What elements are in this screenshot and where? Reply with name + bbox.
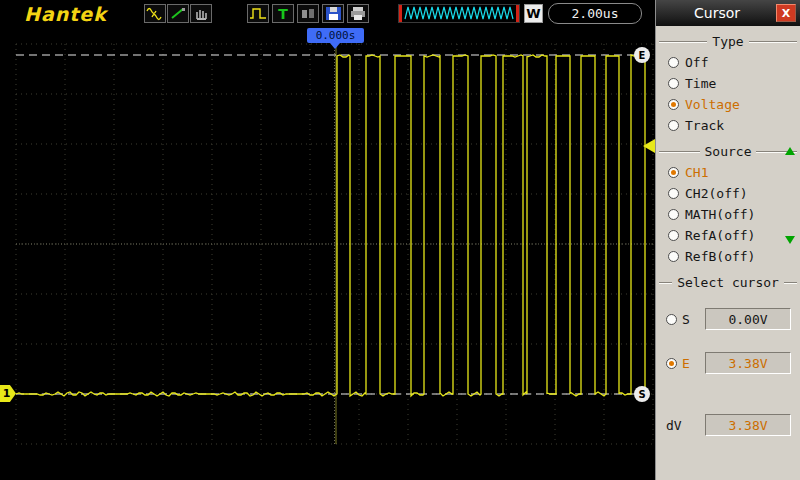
source-scroll-up-icon[interactable]: [785, 147, 795, 155]
print-button[interactable]: [347, 4, 369, 23]
radio-label: CH1: [685, 165, 708, 180]
cursor-s-marker[interactable]: S: [634, 386, 650, 402]
radio-source-ch1[interactable]: CH1: [656, 162, 800, 183]
hand-tool-icon[interactable]: [190, 4, 212, 23]
radio-type-off[interactable]: Off: [656, 52, 800, 73]
trigger-level-arrow[interactable]: [643, 139, 655, 153]
radio-icon[interactable]: [666, 358, 677, 369]
panel-titlebar: Cursor X: [656, 0, 800, 26]
radio-icon: [668, 167, 679, 178]
cursor-panel: Cursor X Type Off Time Voltage Track Sou…: [655, 0, 800, 480]
select-cursor-section-label: Select cursor: [672, 275, 784, 290]
radio-type-voltage[interactable]: Voltage: [656, 94, 800, 115]
status-bar: DC 20 500mV CH1 2.48V 89.4400KHz: [0, 450, 655, 480]
timebase-value: 2.00us: [572, 6, 619, 21]
dv-value-field: 3.38V: [705, 414, 791, 436]
radio-source-ch2[interactable]: CH2(off): [656, 183, 800, 204]
radio-type-track[interactable]: Track: [656, 115, 800, 136]
hand-icon: [192, 6, 210, 21]
radio-icon: [668, 78, 679, 89]
radio-icon: [668, 99, 679, 110]
cursor-s-row: S 0.00V: [656, 308, 800, 330]
trigger-time-pointer-icon: [330, 43, 340, 49]
radio-icon: [668, 57, 679, 68]
dv-label: dV: [666, 418, 682, 433]
radio-label: Track: [685, 118, 724, 133]
type-section-header: Type: [659, 34, 797, 49]
draw-tool-icon[interactable]: [167, 4, 189, 23]
radio-label: RefB(off): [685, 249, 755, 264]
pulse-mode-icon[interactable]: [247, 4, 269, 23]
pulse-icon: [248, 6, 268, 21]
radio-icon: [668, 251, 679, 262]
green-pen-icon: [169, 6, 187, 21]
trigger-T-glyph: T: [278, 6, 288, 22]
close-button[interactable]: X: [776, 4, 796, 22]
printer-icon: [349, 6, 367, 21]
radio-icon: [668, 209, 679, 220]
waveform-preview-icon: [399, 5, 519, 22]
radio-icon: [668, 188, 679, 199]
radio-label: Off: [685, 55, 708, 70]
radio-source-refb[interactable]: RefB(off): [656, 246, 800, 267]
radio-label: MATH(off): [685, 207, 755, 222]
dv-value: 3.38V: [728, 418, 767, 433]
select-cursor-section-header: Select cursor: [659, 275, 797, 290]
floppy-disk-icon: [325, 6, 342, 21]
scope-display: 0.000s 1 E S: [0, 28, 655, 450]
source-section-header: Source: [659, 144, 797, 159]
panel-title: Cursor: [694, 5, 740, 21]
window-mode-icon[interactable]: W: [524, 4, 543, 23]
cursor-e-value: 3.38V: [728, 356, 767, 371]
save-button[interactable]: [322, 4, 344, 23]
radio-label: Time: [685, 76, 716, 91]
cursor-s-label: S: [682, 312, 690, 327]
source-section-label: Source: [700, 144, 757, 159]
radio-type-time[interactable]: Time: [656, 73, 800, 94]
radio-source-math[interactable]: MATH(off): [656, 204, 800, 225]
trigger-time-value: 0.000s: [316, 29, 356, 42]
radio-icon: [668, 120, 679, 131]
trigger-menu-icon[interactable]: T: [272, 4, 294, 23]
trigger-position-preview[interactable]: [398, 4, 520, 23]
radio-icon: [668, 230, 679, 241]
oscilloscope-app: Hantek T: [0, 0, 800, 480]
sine-waves-icon: [146, 6, 164, 21]
timebase-readout[interactable]: 2.00us: [548, 3, 642, 24]
cursor-e-marker[interactable]: E: [634, 47, 650, 63]
cursor-s-value-field[interactable]: 0.00V: [705, 308, 791, 330]
top-toolbar: Hantek T: [0, 0, 655, 28]
waveform-canvas: [0, 28, 655, 450]
cursor-s-value: 0.00V: [728, 312, 767, 327]
cursor-e-value-field[interactable]: 3.38V: [705, 352, 791, 374]
waveform-auto-icon[interactable]: [144, 4, 166, 23]
source-scroll-down-icon[interactable]: [785, 236, 795, 244]
radio-label: Voltage: [685, 97, 740, 112]
tools-icon: [299, 6, 317, 21]
radio-label: CH2(off): [685, 186, 748, 201]
dv-row: dV 3.38V: [656, 414, 800, 436]
utility-icon[interactable]: [297, 4, 319, 23]
radio-label: RefA(off): [685, 228, 755, 243]
cursor-e-row: E 3.38V: [656, 352, 800, 374]
cursor-e-label: E: [682, 356, 690, 371]
brand-logo: Hantek: [24, 3, 107, 25]
type-section-label: Type: [707, 34, 748, 49]
radio-source-refa[interactable]: RefA(off): [656, 225, 800, 246]
trigger-time-flag[interactable]: 0.000s: [307, 28, 364, 43]
radio-icon[interactable]: [666, 314, 677, 325]
